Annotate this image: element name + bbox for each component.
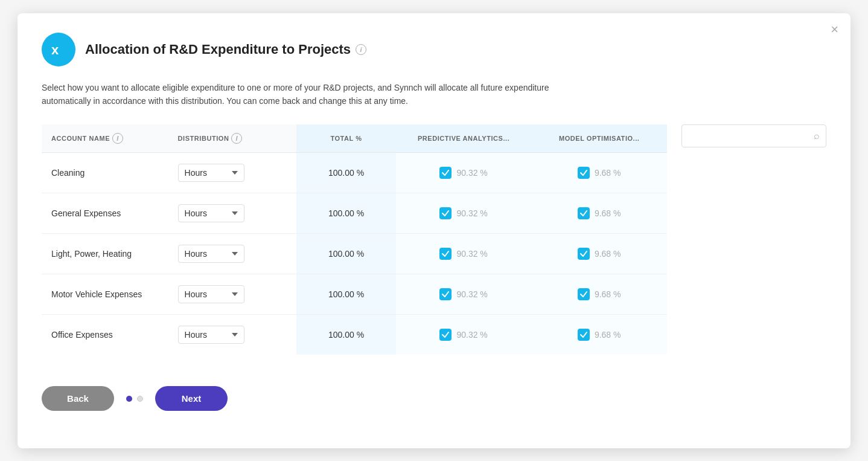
distribution-cell: HoursManualEqual [168,234,297,274]
page-title: Allocation of R&D Expenditure to Project… [85,42,366,57]
checkbox-p2[interactable] [578,207,590,219]
search-box[interactable]: ⌕ [681,124,826,147]
project1-cell: 90.32 % [396,153,532,193]
checkbox-p1[interactable] [439,329,452,341]
checkbox-p2[interactable] [578,329,590,341]
table-container: ACCOUNT NAME i DISTRIBUTION i [42,124,667,355]
title-info-icon[interactable]: i [356,44,366,55]
total-pct-cell: 100.00 % [296,153,396,193]
close-button[interactable]: × [831,23,838,36]
distribution-select[interactable]: HoursManualEqual [178,245,244,263]
distribution-select[interactable]: HoursManualEqual [178,285,244,303]
total-pct-cell: 100.00 % [296,274,396,315]
col-distribution: DISTRIBUTION i [168,124,297,153]
distribution-info-icon[interactable]: i [231,133,242,144]
table-section: ACCOUNT NAME i DISTRIBUTION i [42,124,667,355]
table-scroll[interactable]: ACCOUNT NAME i DISTRIBUTION i [42,124,667,355]
distribution-select[interactable]: HoursManualEqual [178,204,244,222]
checkbox-p2[interactable] [578,288,590,300]
project1-cell: 90.32 % [396,315,532,355]
search-input[interactable] [688,131,810,141]
p1-pct: 90.32 % [456,249,487,259]
account-name-cell: General Expenses [42,193,168,234]
project2-cell: 9.68 % [531,193,667,234]
back-button[interactable]: Back [42,386,114,411]
svg-text:x: x [51,42,59,57]
table-row: General ExpensesHoursManualEqual100.00 %… [42,193,667,234]
project2-cell: 9.68 % [531,234,667,274]
search-icon: ⌕ [814,131,820,141]
p2-pct: 9.68 % [595,249,621,259]
pagination-dots [126,396,143,402]
p2-pct: 9.68 % [595,330,621,340]
project1-cell: 90.32 % [396,193,532,234]
allocation-table: ACCOUNT NAME i DISTRIBUTION i [42,124,667,355]
footer: Back Next [42,376,826,411]
checkbox-p1[interactable] [439,248,452,260]
checkbox-p2[interactable] [578,248,590,260]
account-name-cell: Office Expenses [42,315,168,355]
checkbox-p2[interactable] [578,167,590,179]
p2-pct: 9.68 % [595,168,621,178]
p2-pct: 9.68 % [595,208,621,218]
title-text: Allocation of R&D Expenditure to Project… [85,42,351,57]
distribution-select[interactable]: HoursManualEqual [178,164,244,182]
content-area: ACCOUNT NAME i DISTRIBUTION i [42,124,826,355]
project1-cell: 90.32 % [396,274,532,315]
table-row: Light, Power, HeatingHoursManualEqual100… [42,234,667,274]
project2-cell: 9.68 % [531,274,667,315]
total-pct-cell: 100.00 % [296,315,396,355]
main-modal: × x Allocation of R&D Expenditure to Pro… [18,13,850,448]
table-row: Office ExpensesHoursManualEqual100.00 %9… [42,315,667,355]
distribution-select[interactable]: HoursManualEqual [178,326,244,344]
xero-logo: x [42,33,75,66]
project1-cell: 90.32 % [396,234,532,274]
modal-header: x Allocation of R&D Expenditure to Proje… [42,33,826,66]
checkbox-p1[interactable] [439,207,452,219]
dot-1 [126,396,132,402]
p1-pct: 90.32 % [456,208,487,218]
search-section: ⌕ [681,124,826,355]
dot-2 [137,396,143,402]
checkbox-p1[interactable] [439,288,452,300]
account-name-cell: Motor Vehicle Expenses [42,274,168,315]
p1-pct: 90.32 % [456,289,487,299]
project2-cell: 9.68 % [531,153,667,193]
col-total-pct: TOTAL % [296,124,396,153]
table-header-row: ACCOUNT NAME i DISTRIBUTION i [42,124,667,153]
p1-pct: 90.32 % [456,330,487,340]
table-row: Motor Vehicle ExpensesHoursManualEqual10… [42,274,667,315]
col-project1: PREDICTIVE ANALYTICS... [396,124,532,153]
project2-cell: 9.68 % [531,315,667,355]
distribution-cell: HoursManualEqual [168,315,297,355]
table-row: CleaningHoursManualEqual100.00 %90.32 %9… [42,153,667,193]
description-text: Select how you want to allocate eligible… [42,81,585,108]
total-pct-cell: 100.00 % [296,234,396,274]
total-pct-cell: 100.00 % [296,193,396,234]
distribution-cell: HoursManualEqual [168,274,297,315]
checkbox-p1[interactable] [439,167,452,179]
account-name-info-icon[interactable]: i [112,133,123,144]
next-button[interactable]: Next [155,386,228,411]
distribution-cell: HoursManualEqual [168,193,297,234]
col-account-name: ACCOUNT NAME i [42,124,168,153]
p2-pct: 9.68 % [595,289,621,299]
account-name-cell: Light, Power, Heating [42,234,168,274]
account-name-cell: Cleaning [42,153,168,193]
col-project2: MODEL OPTIMISATIO... [531,124,667,153]
distribution-cell: HoursManualEqual [168,153,297,193]
p1-pct: 90.32 % [456,168,487,178]
